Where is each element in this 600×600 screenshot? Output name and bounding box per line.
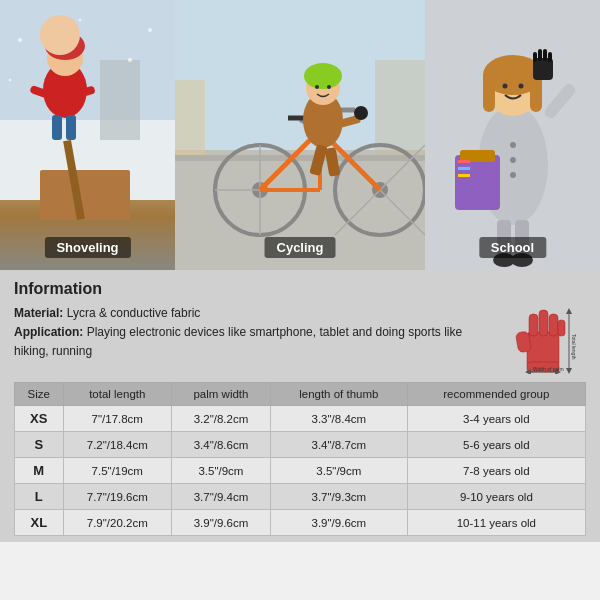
- svg-point-50: [510, 142, 516, 148]
- svg-text:Total length: Total length: [571, 334, 577, 360]
- glove-diagram: Total length Width of palm: [506, 304, 586, 374]
- school-panel: School: [425, 0, 600, 270]
- svg-point-14: [79, 19, 82, 22]
- thumb-length-cell: 3.5"/9cm: [270, 458, 407, 484]
- application-label: Application:: [14, 325, 83, 339]
- school-label: School: [479, 237, 546, 258]
- col-size: Size: [15, 383, 64, 406]
- svg-point-58: [519, 84, 524, 89]
- total-length-cell: 7"/17.8cm: [63, 406, 171, 432]
- svg-rect-78: [549, 314, 558, 336]
- size-cell: S: [15, 432, 64, 458]
- svg-point-13: [148, 28, 152, 32]
- svg-rect-21: [375, 60, 425, 155]
- svg-point-57: [503, 84, 508, 89]
- svg-marker-82: [566, 308, 572, 314]
- palm-width-cell: 3.4"/8.6cm: [171, 432, 270, 458]
- info-section: Information Material: Lycra & conductive…: [0, 270, 600, 542]
- school-photo: [425, 0, 600, 270]
- svg-rect-2: [100, 60, 140, 140]
- svg-rect-61: [533, 52, 537, 62]
- palm-width-cell: 3.5"/9cm: [171, 458, 270, 484]
- svg-point-7: [45, 32, 85, 60]
- table-row: XL7.9"/20.2cm3.9"/9.6cm3.9"/9.6cm10-11 y…: [15, 510, 586, 536]
- group-cell: 7-8 years old: [407, 458, 585, 484]
- size-cell: XL: [15, 510, 64, 536]
- table-row: S7.2"/18.4cm3.4"/8.6cm3.4"/8.7cm5-6 year…: [15, 432, 586, 458]
- group-cell: 5-6 years old: [407, 432, 585, 458]
- thumb-length-cell: 3.3"/8.4cm: [270, 406, 407, 432]
- col-thumb-length: length of thumb: [270, 383, 407, 406]
- svg-point-12: [18, 38, 22, 42]
- svg-rect-67: [458, 160, 470, 163]
- group-cell: 9-10 years old: [407, 484, 585, 510]
- table-row: XS7"/17.8cm3.2"/8.2cm3.3"/8.4cm3-4 years…: [15, 406, 586, 432]
- total-length-cell: 7.5"/19cm: [63, 458, 171, 484]
- palm-width-cell: 3.9"/9.6cm: [171, 510, 270, 536]
- svg-rect-76: [529, 314, 538, 336]
- size-cell: XS: [15, 406, 64, 432]
- svg-rect-68: [458, 167, 470, 170]
- col-palm-width: palm width: [171, 383, 270, 406]
- table-row: M7.5"/19cm3.5"/9cm3.5"/9cm7-8 years old: [15, 458, 586, 484]
- svg-point-45: [315, 85, 319, 89]
- thumb-length-cell: 3.9"/9.6cm: [270, 510, 407, 536]
- shoveling-photo: [0, 0, 175, 270]
- svg-point-52: [510, 172, 516, 178]
- svg-point-42: [354, 106, 368, 120]
- palm-width-cell: 3.7"/9.4cm: [171, 484, 270, 510]
- size-cell: M: [15, 458, 64, 484]
- top-images-section: Shoveling: [0, 0, 600, 270]
- thumb-length-cell: 3.4"/8.7cm: [270, 432, 407, 458]
- total-length-cell: 7.9"/20.2cm: [63, 510, 171, 536]
- svg-rect-19: [175, 155, 425, 161]
- svg-point-40: [304, 63, 342, 89]
- svg-text:Width of palm: Width of palm: [533, 366, 564, 372]
- svg-rect-3: [40, 170, 130, 220]
- svg-rect-20: [175, 80, 205, 155]
- svg-rect-10: [52, 115, 62, 140]
- svg-rect-79: [558, 320, 565, 336]
- svg-rect-77: [539, 310, 548, 336]
- shoveling-label: Shoveling: [44, 237, 130, 258]
- col-total-length: total length: [63, 383, 171, 406]
- svg-rect-69: [458, 174, 470, 177]
- cycling-panel: Cycling: [175, 0, 425, 270]
- svg-rect-65: [455, 155, 500, 210]
- svg-rect-63: [543, 49, 547, 61]
- total-length-cell: 7.2"/18.4cm: [63, 432, 171, 458]
- material-label: Material:: [14, 306, 63, 320]
- info-body: Material: Lycra & conductive fabric Appl…: [14, 304, 586, 374]
- svg-point-51: [510, 157, 516, 163]
- svg-rect-0: [0, 0, 175, 120]
- svg-rect-64: [548, 52, 552, 62]
- group-cell: 3-4 years old: [407, 406, 585, 432]
- palm-width-cell: 3.2"/8.2cm: [171, 406, 270, 432]
- svg-rect-62: [538, 49, 542, 61]
- svg-point-16: [9, 79, 12, 82]
- material-value: Lycra & conductive fabric: [67, 306, 201, 320]
- group-cell: 10-11 years old: [407, 510, 585, 536]
- svg-rect-11: [66, 115, 76, 140]
- cycling-photo: [175, 0, 425, 270]
- svg-marker-83: [566, 368, 572, 374]
- size-table: Size total length palm width length of t…: [14, 382, 586, 536]
- shoveling-panel: Shoveling: [0, 0, 175, 270]
- cycling-label: Cycling: [265, 237, 336, 258]
- info-text: Material: Lycra & conductive fabric Appl…: [14, 304, 494, 362]
- col-group: recommended group: [407, 383, 585, 406]
- svg-point-46: [327, 85, 331, 89]
- svg-rect-55: [483, 72, 495, 112]
- total-length-cell: 7.7"/19.6cm: [63, 484, 171, 510]
- table-row: L7.7"/19.6cm3.7"/9.4cm3.7"/9.3cm9-10 yea…: [15, 484, 586, 510]
- info-title: Information: [14, 280, 586, 298]
- svg-point-15: [128, 58, 132, 62]
- size-cell: L: [15, 484, 64, 510]
- thumb-length-cell: 3.7"/9.3cm: [270, 484, 407, 510]
